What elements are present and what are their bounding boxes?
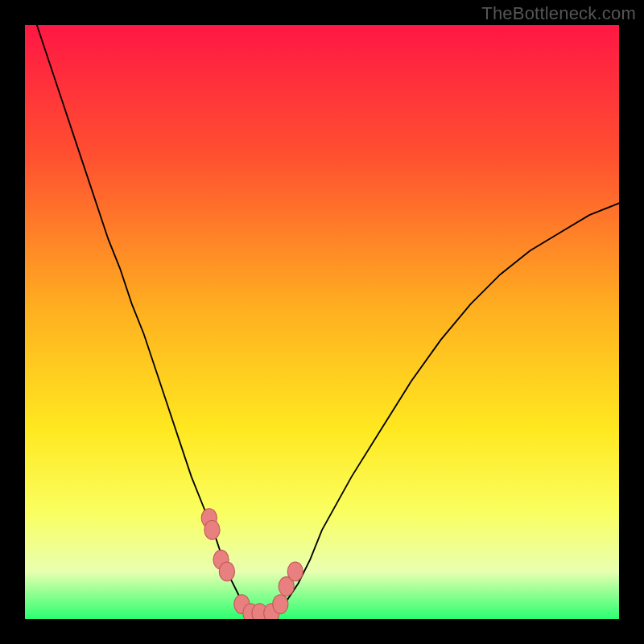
chart-frame: TheBottleneck.com: [0, 0, 644, 644]
knob-marker: [219, 562, 234, 581]
bottleneck-chart: [25, 25, 619, 619]
knob-marker: [287, 562, 303, 581]
knob-marker: [273, 595, 288, 614]
watermark-text: TheBottleneck.com: [481, 3, 636, 24]
knob-marker: [204, 520, 220, 539]
